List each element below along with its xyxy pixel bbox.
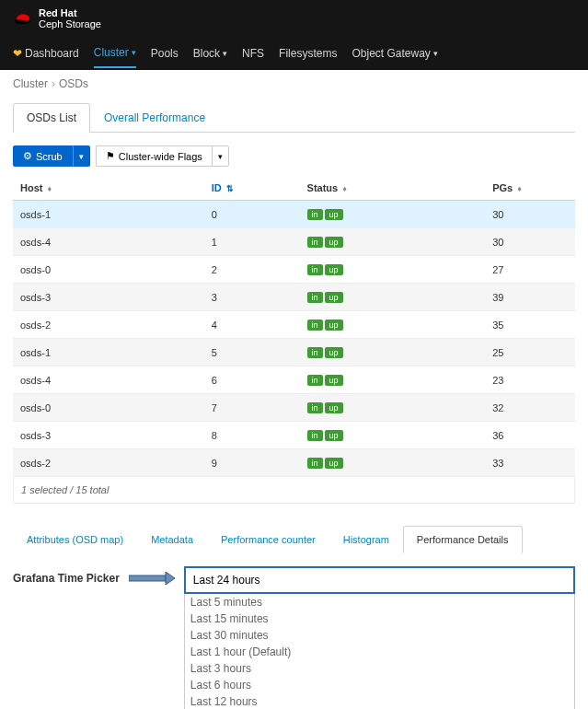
nav-filesystems[interactable]: Filesystems bbox=[279, 40, 337, 67]
time-option[interactable]: Last 3 hours bbox=[185, 660, 574, 677]
tab-perf-details[interactable]: Performance Details bbox=[403, 526, 523, 553]
tab-overall-performance[interactable]: Overall Performance bbox=[90, 103, 219, 133]
col-status[interactable]: Status ♦ bbox=[300, 176, 486, 201]
time-option[interactable]: Last 1 hour (Default) bbox=[185, 644, 574, 660]
scrub-button-group: ⚙Scrub ▾ bbox=[13, 145, 90, 167]
table-row[interactable]: osds-1 0 inup 30 bbox=[13, 201, 575, 228]
nav-cluster[interactable]: Cluster▾ bbox=[94, 39, 136, 68]
osds-table: Host ♦ ID ⇅ Status ♦ PGs ♦ osds-1 0 inup… bbox=[13, 176, 575, 477]
time-picker-row: Grafana Time Picker Last 5 minutesLast 1… bbox=[13, 566, 575, 709]
cell-host: osds-4 bbox=[13, 228, 204, 256]
time-option[interactable]: Last 15 minutes bbox=[185, 610, 574, 627]
cell-status: inup bbox=[300, 256, 486, 284]
table-row[interactable]: osds-2 4 inup 35 bbox=[13, 311, 575, 339]
breadcrumb-cluster[interactable]: Cluster bbox=[13, 77, 48, 90]
status-badge-up: up bbox=[325, 237, 343, 248]
chevron-down-icon: ▾ bbox=[223, 49, 227, 58]
cell-host: osds-2 bbox=[13, 311, 204, 339]
flags-button-group: ⚑Cluster-wide Flags ▾ bbox=[96, 145, 229, 167]
col-id[interactable]: ID ⇅ bbox=[204, 176, 300, 201]
nav-dashboard[interactable]: ❤Dashboard bbox=[13, 40, 79, 67]
table-row[interactable]: osds-3 3 inup 39 bbox=[13, 284, 575, 311]
tab-perf-counter[interactable]: Performance counter bbox=[207, 526, 329, 553]
tab-attributes[interactable]: Attributes (OSD map) bbox=[13, 526, 137, 553]
time-option[interactable]: Last 30 minutes bbox=[185, 627, 574, 644]
sort-asc-icon: ⇅ bbox=[226, 184, 234, 193]
nav-gateway[interactable]: Object Gateway▾ bbox=[352, 40, 437, 67]
status-badge-in: in bbox=[307, 347, 323, 358]
scrub-dropdown[interactable]: ▾ bbox=[73, 145, 90, 167]
app-header: Red Hat Ceph Storage bbox=[0, 0, 588, 37]
time-dropdown: Last 5 minutesLast 15 minutesLast 30 min… bbox=[184, 566, 575, 709]
flag-icon: ⚑ bbox=[106, 150, 115, 162]
sort-icon: ♦ bbox=[342, 184, 347, 193]
cell-id: 0 bbox=[204, 201, 300, 228]
chevron-down-icon: ▾ bbox=[132, 48, 136, 57]
cell-id: 6 bbox=[204, 366, 300, 394]
cell-id: 4 bbox=[204, 311, 300, 339]
cell-id: 1 bbox=[204, 228, 300, 256]
table-row[interactable]: osds-0 2 inup 27 bbox=[13, 256, 575, 284]
cell-status: inup bbox=[300, 228, 486, 256]
cell-id: 3 bbox=[204, 284, 300, 311]
status-badge-in: in bbox=[307, 320, 323, 331]
cell-id: 7 bbox=[204, 394, 300, 422]
breadcrumb-osds: OSDs bbox=[59, 77, 88, 90]
status-badge-up: up bbox=[325, 458, 343, 469]
table-row[interactable]: osds-2 9 inup 33 bbox=[13, 449, 575, 477]
cell-host: osds-0 bbox=[13, 394, 204, 422]
table-row[interactable]: osds-1 5 inup 25 bbox=[13, 339, 575, 366]
table-row[interactable]: osds-4 1 inup 30 bbox=[13, 228, 575, 256]
logo: Red Hat Ceph Storage bbox=[13, 7, 101, 29]
flags-dropdown[interactable]: ▾ bbox=[212, 145, 229, 167]
cell-status: inup bbox=[300, 449, 486, 477]
cell-status: inup bbox=[300, 366, 486, 394]
cell-host: osds-0 bbox=[13, 256, 204, 284]
time-option[interactable]: Last 5 minutes bbox=[185, 594, 574, 610]
nav-nfs[interactable]: NFS bbox=[242, 40, 264, 67]
time-picker-input[interactable] bbox=[184, 566, 575, 594]
cell-status: inup bbox=[300, 201, 486, 228]
chevron-down-icon: ▾ bbox=[218, 152, 223, 161]
time-option[interactable]: Last 6 hours bbox=[185, 677, 574, 693]
cell-host: osds-3 bbox=[13, 422, 204, 449]
status-badge-up: up bbox=[325, 209, 343, 220]
nav-block[interactable]: Block▾ bbox=[193, 40, 227, 67]
cell-pgs: 36 bbox=[485, 422, 575, 449]
table-row[interactable]: osds-4 6 inup 23 bbox=[13, 366, 575, 394]
cell-host: osds-3 bbox=[13, 284, 204, 311]
cell-pgs: 32 bbox=[485, 394, 575, 422]
status-badge-up: up bbox=[325, 264, 343, 275]
main-nav: ❤Dashboard Cluster▾ Pools Block▾ NFS Fil… bbox=[0, 37, 588, 70]
chevron-down-icon: ▾ bbox=[79, 152, 84, 161]
redhat-icon bbox=[13, 11, 33, 26]
brand-name: Red Hat bbox=[39, 7, 101, 18]
cell-host: osds-4 bbox=[13, 366, 204, 394]
heart-icon: ❤ bbox=[13, 47, 22, 60]
status-badge-up: up bbox=[325, 320, 343, 331]
cell-pgs: 35 bbox=[485, 311, 575, 339]
status-badge-up: up bbox=[325, 402, 343, 413]
cell-pgs: 39 bbox=[485, 284, 575, 311]
status-badge-in: in bbox=[307, 375, 323, 386]
table-row[interactable]: osds-0 7 inup 32 bbox=[13, 394, 575, 422]
cell-pgs: 30 bbox=[485, 201, 575, 228]
scrub-button[interactable]: ⚙Scrub bbox=[13, 145, 73, 167]
time-picker-label: Grafana Time Picker bbox=[13, 566, 120, 585]
table-row[interactable]: osds-3 8 inup 36 bbox=[13, 422, 575, 449]
cell-pgs: 25 bbox=[485, 339, 575, 366]
tab-osds-list[interactable]: OSDs List bbox=[13, 103, 90, 133]
cluster-flags-button[interactable]: ⚑Cluster-wide Flags bbox=[96, 145, 212, 167]
cell-status: inup bbox=[300, 394, 486, 422]
nav-pools[interactable]: Pools bbox=[151, 40, 179, 67]
tab-metadata[interactable]: Metadata bbox=[137, 526, 207, 553]
cell-status: inup bbox=[300, 339, 486, 366]
tab-histogram[interactable]: Histogram bbox=[329, 526, 403, 553]
main-tabs: OSDs List Overall Performance bbox=[13, 103, 575, 133]
col-pgs[interactable]: PGs ♦ bbox=[485, 176, 575, 201]
cell-status: inup bbox=[300, 422, 486, 449]
time-option[interactable]: Last 12 hours bbox=[185, 693, 574, 709]
col-host[interactable]: Host ♦ bbox=[13, 176, 204, 201]
status-badge-in: in bbox=[307, 292, 323, 303]
cell-host: osds-1 bbox=[13, 339, 204, 366]
